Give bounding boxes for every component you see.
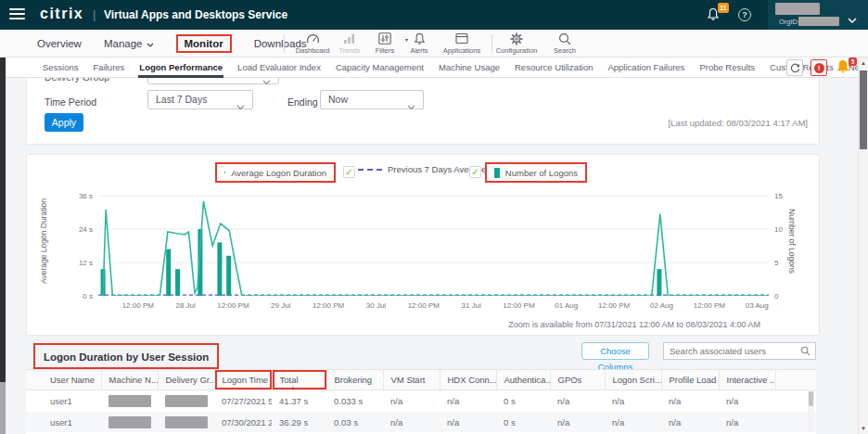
column-header-delivery-gr-[interactable]: Delivery Gr... (158, 370, 214, 390)
time-period-dropdown[interactable]: Last 7 Days (147, 90, 253, 109)
delivery-group-label: Delivery Group (45, 78, 109, 83)
choose-columns-button[interactable]: Choose Columns (581, 342, 649, 360)
annotation-avg-logon-duration: Average Logon Duration (215, 162, 336, 183)
error-icon: ! (814, 63, 824, 73)
redacted-cell (108, 416, 151, 428)
prev-7-days-checkbox[interactable]: ✓ (343, 166, 355, 178)
error-alert-button[interactable]: ! (811, 59, 827, 76)
x-axis-tick-label: 01 Aug (555, 301, 578, 310)
column-header-machine-n-[interactable]: Machine N... (101, 370, 158, 390)
column-header-hdx-conn-[interactable]: HDX Conn... (440, 370, 496, 390)
alerts-icon (398, 32, 440, 45)
tab-capacity-management[interactable]: Capacity Management (335, 58, 425, 77)
column-header-interactive-[interactable]: Interactive ... (719, 370, 775, 390)
page-scrollbar[interactable]: ▲ ▼ (858, 57, 868, 434)
tab-load-evaluator-index[interactable]: Load Evaluator Index (236, 58, 322, 77)
table-cell: 0.033 s (326, 390, 383, 412)
table-cell: n/a (661, 412, 719, 433)
page-scrollbar-thumb[interactable] (860, 70, 867, 149)
nav-item-monitor[interactable]: Monitor (185, 38, 223, 49)
scroll-down-arrow[interactable]: ▼ (859, 426, 868, 431)
x-axis-tick-label: 12:00 PM (694, 301, 725, 310)
x-axis-tick-label: 31 Jul (461, 301, 480, 310)
applications-icon (440, 32, 483, 45)
column-header-user-name[interactable]: User Name (26, 370, 101, 390)
refresh-button[interactable] (786, 59, 803, 76)
search-icon[interactable] (800, 346, 811, 356)
table-cell: n/a (719, 412, 775, 433)
column-header-logon-time[interactable]: Logon Time (214, 370, 272, 390)
column-header-logon-scri-[interactable]: Logon Scri... (605, 370, 661, 390)
help-icon[interactable]: ? (738, 8, 751, 21)
tab-sessions[interactable]: Sessions (42, 58, 80, 77)
toolbar-alerts-button[interactable]: Alerts (398, 32, 440, 57)
table-cell: n/a (440, 412, 496, 433)
hamburger-menu-icon[interactable] (9, 8, 25, 21)
column-header-gpos[interactable]: GPOs (550, 370, 605, 390)
tab-logon-performance[interactable]: Logon Performance (138, 58, 223, 77)
right-axis-tick-label: 0 (774, 292, 793, 300)
toolbar-divider (284, 34, 285, 53)
redacted-cell (165, 395, 208, 407)
zoom-availability-note: Zoom is available from 07/31/2021 12:00 … (508, 320, 760, 329)
column-header-brokering[interactable]: Brokering (326, 370, 383, 390)
tab-resource-utilization[interactable]: Resource Utilization (514, 58, 594, 77)
number-of-logons-checkbox[interactable]: ✓ (469, 166, 481, 178)
collapsed-sidebar-strip-end (0, 382, 6, 434)
legend-label: Number of Logons (505, 168, 578, 178)
avg-logon-duration-swatch (224, 172, 225, 173)
table-cell: 41.37 s (272, 390, 326, 412)
nav-item-manage[interactable]: Manage (104, 38, 154, 49)
x-axis-tick-label: 30 Jul (366, 301, 386, 310)
table-scrollbar[interactable] (808, 389, 814, 432)
toolbar-search-button[interactable]: Search (543, 32, 586, 57)
column-header-authentica-[interactable]: Authentica... (496, 370, 550, 390)
ending-label: Ending (287, 96, 318, 108)
toolbar-applications-button[interactable]: Applications (440, 32, 483, 57)
x-axis-tick-label: 12:00 PM (503, 301, 534, 310)
apply-button[interactable]: Apply (45, 113, 83, 132)
left-axis-tick-label: 24 s (63, 225, 93, 234)
scroll-up-arrow[interactable]: ▲ (859, 60, 868, 66)
column-header-total[interactable]: Total↓ (272, 370, 326, 390)
table-cell: n/a (383, 412, 440, 433)
x-axis-tick-label: 12:00 PM (122, 301, 154, 310)
table-row[interactable]: user107/30/2021 2...36.29 s0.03 sn/an/a0… (26, 412, 816, 433)
redacted-cell (165, 416, 208, 428)
nav-item-overview[interactable]: Overview (37, 38, 82, 49)
x-axis-tick-label: 28 Jul (175, 301, 195, 310)
search-input[interactable] (670, 343, 798, 359)
table-cell: n/a (550, 390, 605, 412)
table-cell: n/a (719, 390, 775, 412)
table-cell: 07/27/2021 5... (214, 390, 272, 412)
tab-probe-results[interactable]: Probe Results (698, 58, 756, 77)
account-chevron-down-icon[interactable] (848, 11, 857, 28)
table-scrollbar-thumb[interactable] (809, 391, 813, 406)
search-icon (543, 32, 586, 45)
ending-dropdown[interactable]: Now (320, 90, 424, 109)
column-header-profile-load[interactable]: Profile Load (661, 370, 719, 390)
left-axis-tick-label: 36 s (63, 192, 93, 200)
left-axis-tick-label: 0 s (63, 292, 93, 300)
x-axis-tick-label: 02 Aug (650, 301, 673, 310)
right-axis-tick-label: 10 (774, 225, 793, 234)
monitor-tabs: SessionsFailuresLogon PerformanceLoad Ev… (42, 57, 868, 78)
delivery-group-dropdown[interactable] (147, 78, 279, 84)
toolbar-configuration-button[interactable]: Configuration (495, 32, 538, 57)
configuration-icon (495, 32, 538, 45)
table-cell: 0 s (496, 412, 550, 433)
tab-machine-usage[interactable]: Machine Usage (438, 58, 501, 77)
x-axis-tick-label: 12:00 PM (313, 301, 344, 310)
tab-failures[interactable]: Failures (93, 58, 126, 77)
table-row[interactable]: user107/27/2021 5...41.37 s0.033 sn/an/a… (26, 390, 816, 412)
table-cell: user1 (26, 390, 101, 412)
logon-duration-table: User NameMachine N...Delivery Gr...Logon… (26, 369, 816, 433)
redacted-cell (108, 395, 151, 407)
account-menu[interactable]: OrgID: (768, 0, 868, 30)
number-of-logons-swatch (494, 168, 500, 178)
column-header-vm-start[interactable]: VM Start (383, 370, 440, 390)
warning-alert-button[interactable]: 5 (836, 59, 856, 76)
warning-count-badge: 5 (849, 57, 857, 66)
tab-application-failures[interactable]: Application Failures (606, 58, 685, 77)
chart-plot-area[interactable] (98, 186, 769, 296)
